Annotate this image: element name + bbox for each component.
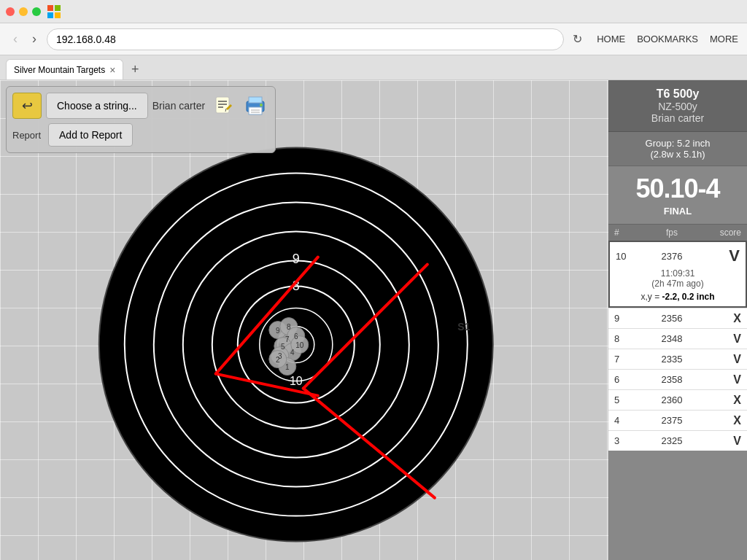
shot-row-3[interactable]: 3 2325 V xyxy=(608,430,747,451)
shot-row-8[interactable]: 8 2348 V xyxy=(608,328,747,349)
print-button[interactable] xyxy=(241,93,269,119)
toolbar-overlay: ↩ Choose a string... Brian carter xyxy=(6,86,276,153)
svg-text:5: 5 xyxy=(281,343,285,351)
tab-label: Silver Mountain Targets xyxy=(14,65,105,75)
shot-4-num: 4 xyxy=(614,415,632,426)
navbar: ‹ › ↻ HOME BOOKMARKS MORE xyxy=(0,23,747,55)
svg-rect-48 xyxy=(249,107,262,114)
group-line2: (2.8w x 5.1h) xyxy=(614,149,741,160)
shot-row-7[interactable]: 7 2335 V xyxy=(608,349,747,369)
new-tab-button[interactable]: + xyxy=(125,59,145,79)
svg-rect-3 xyxy=(55,12,61,18)
highlight-shot-num: 10 xyxy=(616,251,633,262)
col-num-header: # xyxy=(614,228,632,238)
shot-9-score: X xyxy=(712,312,741,325)
panel-header: T6 500y NZ-500y Brian carter xyxy=(608,80,747,131)
table-header: # fps score xyxy=(608,224,747,241)
maximize-button[interactable] xyxy=(32,7,41,16)
svg-text:2: 2 xyxy=(276,356,280,364)
svg-text:10: 10 xyxy=(290,375,303,387)
svg-text:6: 6 xyxy=(294,332,298,341)
shot-row-4[interactable]: 4 2375 X xyxy=(608,410,747,430)
svg-rect-0 xyxy=(47,5,53,11)
choose-string-button[interactable]: Choose a string... xyxy=(46,93,148,119)
report-label: Report xyxy=(12,130,41,141)
titlebar xyxy=(0,0,747,23)
panel-subtitle1: NZ-500y xyxy=(614,101,741,112)
final-label: FINAL xyxy=(614,206,741,217)
reload-button[interactable]: ↻ xyxy=(570,29,585,49)
nav-links: HOME BOOKMARKS MORE xyxy=(597,34,738,44)
tab-close-button[interactable]: × xyxy=(109,65,115,75)
shot-9-num: 9 xyxy=(614,313,632,324)
shot-7-fps: 2335 xyxy=(632,354,712,365)
shooter-name: Brian carter xyxy=(152,100,205,112)
shot-6-score: V xyxy=(712,373,741,386)
shot-7-num: 7 xyxy=(614,354,632,365)
shot-8-fps: 2348 xyxy=(632,333,712,344)
shot-8-score: V xyxy=(712,332,741,346)
shot-5-score: X xyxy=(712,394,741,407)
target-area: 8 9 10 7 9 8 6 5 4 xyxy=(0,80,608,560)
svg-text:4: 4 xyxy=(290,349,295,357)
highlight-shot-time: 11:09:31 xyxy=(616,268,740,279)
add-to-report-button[interactable]: Add to Report xyxy=(48,123,133,147)
main-content: 8 9 10 7 9 8 6 5 4 xyxy=(0,80,747,560)
shot-row-9[interactable]: 9 2356 X xyxy=(608,308,747,328)
back-arrow-icon: ↩ xyxy=(22,98,33,114)
shot-7-score: V xyxy=(712,353,741,366)
svg-rect-2 xyxy=(47,12,53,18)
svg-point-51 xyxy=(260,104,263,106)
toolbar-row2: Report Add to Report xyxy=(12,123,269,147)
panel-subtitle2: Brian carter xyxy=(614,112,741,124)
back-button[interactable]: ‹ xyxy=(9,28,22,50)
svg-text:1: 1 xyxy=(285,363,290,371)
home-link[interactable]: HOME xyxy=(597,34,625,44)
shot-4-fps: 2375 xyxy=(632,415,712,426)
group-line1: Group: 5.2 inch xyxy=(614,138,741,149)
more-link[interactable]: MORE xyxy=(710,34,738,44)
forward-button[interactable]: › xyxy=(28,28,41,50)
shot-3-num: 3 xyxy=(614,435,632,446)
edit-icon xyxy=(212,94,235,117)
shot-3-fps: 2325 xyxy=(632,435,712,446)
svg-text:S1: S1 xyxy=(457,321,470,332)
svg-text:7: 7 xyxy=(285,335,290,343)
close-button[interactable] xyxy=(6,7,15,16)
shots-list: 9 2356 X 8 2348 V 7 2335 V 6 2358 V 5 23 xyxy=(608,308,747,560)
shot-row-5[interactable]: 5 2360 X xyxy=(608,389,747,410)
shot-row-6[interactable]: 6 2358 V xyxy=(608,369,747,389)
back-icon-button[interactable]: ↩ xyxy=(12,93,42,119)
traffic-lights xyxy=(6,7,41,16)
svg-rect-47 xyxy=(249,97,262,103)
shot-3-score: V xyxy=(712,435,741,448)
shot-8-num: 8 xyxy=(614,333,632,344)
shot-5-fps: 2360 xyxy=(632,394,712,405)
highlight-shot-row[interactable]: 10 2376 V 11:09:31 (2h 47m ago) x,y = -2… xyxy=(608,241,747,308)
svg-rect-1 xyxy=(55,5,61,11)
shot-6-num: 6 xyxy=(614,374,632,385)
address-bar[interactable] xyxy=(47,28,564,50)
highlight-shot-score: V xyxy=(711,246,740,265)
right-panel: T6 500y NZ-500y Brian carter Group: 5.2 … xyxy=(608,80,747,560)
minimize-button[interactable] xyxy=(19,7,28,16)
highlight-shot-fps: 2376 xyxy=(633,251,711,262)
svg-text:9: 9 xyxy=(293,252,300,266)
highlight-shot-ago: (2h 47m ago) xyxy=(616,279,740,289)
edit-button[interactable] xyxy=(209,93,237,119)
target-svg: 8 9 10 7 9 8 6 5 4 xyxy=(92,141,500,549)
col-score-header: score xyxy=(712,228,741,238)
col-fps-header: fps xyxy=(632,228,712,238)
print-icon xyxy=(242,94,268,117)
svg-text:9: 9 xyxy=(276,327,280,335)
shot-6-fps: 2358 xyxy=(632,374,712,385)
toolbar-row1: ↩ Choose a string... Brian carter xyxy=(12,93,269,119)
target-container: 8 9 10 7 9 8 6 5 4 xyxy=(92,141,500,549)
panel-group-info: Group: 5.2 inch (2.8w x 5.1h) xyxy=(608,131,747,166)
score-display: 50.10-4 xyxy=(614,174,741,204)
shot-4-score: X xyxy=(712,414,741,427)
bookmarks-link[interactable]: BOOKMARKS xyxy=(637,34,698,44)
windows-icon xyxy=(47,4,61,19)
panel-title: T6 500y xyxy=(614,88,741,101)
active-tab[interactable]: Silver Mountain Targets × xyxy=(6,59,123,79)
